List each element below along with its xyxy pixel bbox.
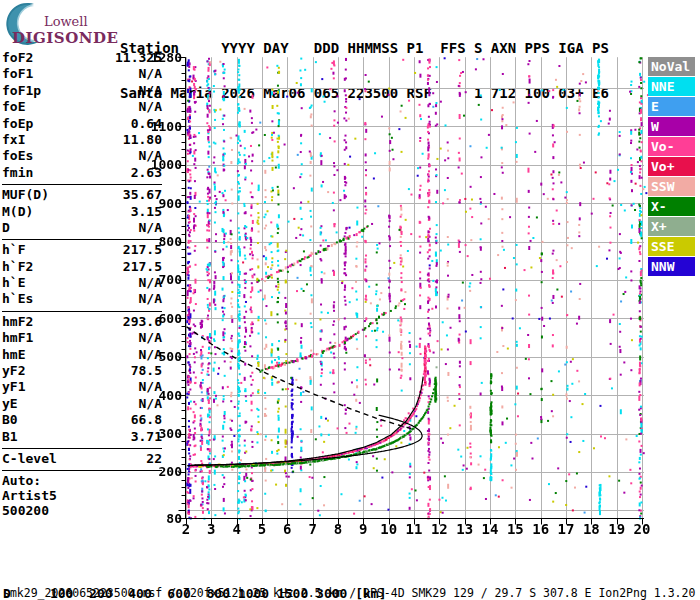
y-tick-400: 400 (142, 388, 182, 403)
legend-item-e: E (648, 97, 695, 116)
x-tick-7: 7 (300, 522, 326, 537)
param-label: yE (2, 396, 18, 412)
panel-divider (2, 184, 162, 185)
x-tick-5: 5 (249, 522, 275, 537)
x-tick-11: 11 (401, 522, 427, 537)
y-tick-900: 900 (142, 196, 182, 211)
param-label: C-level (2, 451, 57, 467)
param-row-foes: foEsN/A (2, 148, 162, 164)
param-label: B0 (2, 412, 18, 428)
legend-item-ssw: SSW (648, 177, 695, 196)
param-label: foF1 (2, 66, 33, 82)
param-row-fof2: foF211.325 (2, 50, 162, 66)
legend-item-vo: Vo+ (648, 157, 695, 176)
param-row-clevel: C-level22 (2, 451, 162, 467)
param-row-fof1p: foF1pN/A (2, 83, 162, 99)
param-label: foEp (2, 116, 33, 132)
doppler-direction-legend: NoValNNEEWVo-Vo+SSWX-X+SSENNW (648, 57, 695, 277)
param-label: hmE (2, 347, 25, 363)
legend-item-noval: NoVal (648, 57, 695, 76)
panel-divider (2, 448, 162, 449)
param-value: 78.5 (131, 363, 162, 379)
param-label: fxI (2, 132, 25, 148)
x-tick-2: 2 (173, 522, 199, 537)
legend-item-vo: Vo- (648, 137, 695, 156)
x-tick-4: 4 (224, 522, 250, 537)
lowell-digisonde-logo: Lowell DIGISONDE (4, 2, 116, 50)
param-row-foep: foEp0.64 (2, 116, 162, 132)
x-tick-13: 13 (452, 522, 478, 537)
param-label: fmin (2, 165, 33, 181)
y-tick-600: 600 (142, 311, 182, 326)
param-value: N/A (139, 291, 162, 307)
param-row-hme: hmEN/A (2, 347, 162, 363)
x-tick-10: 10 (376, 522, 402, 537)
param-label: MUF(D) (2, 187, 49, 203)
x-tick-16: 16 (528, 522, 554, 537)
param-row-fxi: fxI11.80 (2, 132, 162, 148)
autoscaling-info: Auto:Artist5500200 (2, 473, 162, 518)
param-label: M(D) (2, 204, 33, 220)
x-tick-18: 18 (578, 522, 604, 537)
param-row-he: h`EN/A (2, 275, 162, 291)
legend-item-nne: NNE (648, 77, 695, 96)
x-tick-12: 12 (426, 522, 452, 537)
autoscaling-line: 500200 (2, 503, 162, 518)
ionogram-plot (170, 50, 648, 532)
x-tick-17: 17 (553, 522, 579, 537)
x-tick-20: 20 (629, 522, 655, 537)
param-value: N/A (139, 83, 162, 99)
x-tick-8: 8 (325, 522, 351, 537)
param-row-ye: yEN/A (2, 396, 162, 412)
param-label: yF2 (2, 363, 25, 379)
logo-text-digisonde: DIGISONDE (12, 29, 118, 47)
parameter-panel: foF211.325foF1N/AfoF1pN/AfoEN/AfoEp0.64f… (2, 50, 162, 518)
y-tick-200: 200 (142, 464, 182, 479)
legend-item-x: X+ (648, 217, 695, 236)
param-label: D (2, 220, 10, 236)
panel-divider (2, 239, 162, 240)
param-row-b1: B13.71 (2, 429, 162, 445)
param-row-hmf1: hmF1N/A (2, 330, 162, 346)
param-label: foF2 (2, 50, 33, 66)
x-tick-15: 15 (502, 522, 528, 537)
param-row-hmf2: hmF2293.6 (2, 314, 162, 330)
param-label: foF1p (2, 83, 41, 99)
panel-divider (2, 470, 162, 471)
legend-item-sse: SSE (648, 237, 695, 256)
param-value: N/A (139, 66, 162, 82)
x-tick-19: 19 (604, 522, 630, 537)
y-tick-700: 700 (142, 272, 182, 287)
param-row-fmin: fmin2.63 (2, 165, 162, 181)
x-tick-6: 6 (274, 522, 300, 537)
y-tick-1280: 1280 (142, 50, 182, 65)
param-label: hmF1 (2, 330, 33, 346)
panel-divider (2, 311, 162, 312)
param-row-fof1: foF1N/A (2, 66, 162, 82)
param-label: B1 (2, 429, 18, 445)
param-row-b0: B066.8 (2, 412, 162, 428)
param-row-yf1: yF1N/A (2, 379, 162, 395)
x-tick-3: 3 (198, 522, 224, 537)
y-tick-500: 500 (142, 349, 182, 364)
param-value: 11.80 (123, 132, 162, 148)
param-label: yF1 (2, 379, 25, 395)
y-tick-1000: 1000 (142, 157, 182, 172)
logo-text-lowell: Lowell (44, 14, 88, 29)
y-tick-800: 800 (142, 234, 182, 249)
param-row-yf2: yF278.5 (2, 363, 162, 379)
param-label: h`E (2, 275, 25, 291)
param-row-hf2: h`F2217.5 (2, 259, 162, 275)
status-bar: smk29_2026065223500.rsf / 720fx512h 25 k… (3, 586, 695, 600)
legend-item-x: X- (648, 197, 695, 216)
param-row-md: M(D)3.15 (2, 204, 162, 220)
param-label: h`F2 (2, 259, 33, 275)
y-tick-300: 300 (142, 426, 182, 441)
param-value: N/A (139, 99, 162, 115)
y-tick-1100: 1100 (142, 119, 182, 134)
param-row-hes: h`EsN/A (2, 291, 162, 307)
param-row-d: DN/A (2, 220, 162, 236)
param-label: h`F (2, 242, 25, 258)
param-label: foEs (2, 148, 33, 164)
autoscaling-line: Auto: (2, 473, 162, 488)
